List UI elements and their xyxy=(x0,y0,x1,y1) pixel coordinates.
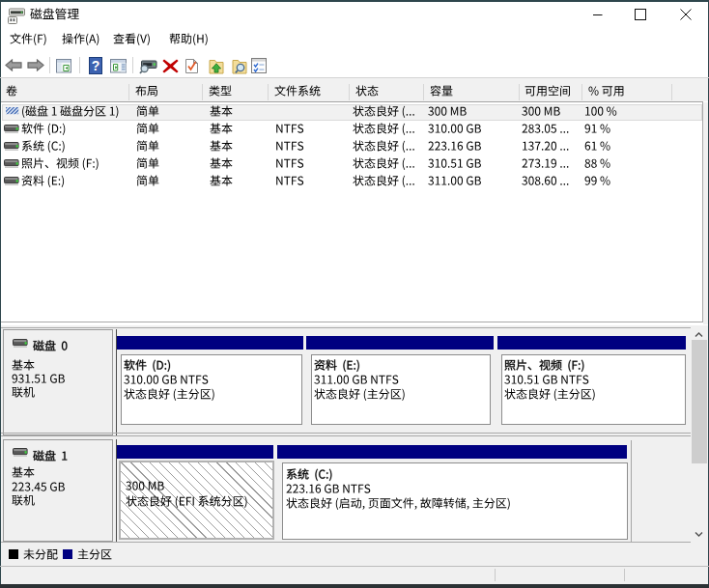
svg-text:?: ? xyxy=(91,58,99,73)
